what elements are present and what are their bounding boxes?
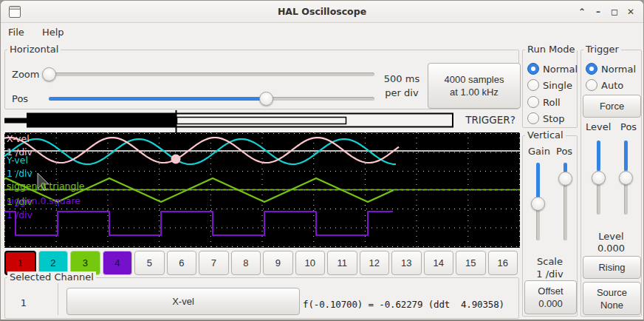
menu-help[interactable]: Help (35, 23, 72, 42)
pos-slider-label: Pos (12, 93, 28, 104)
trigger-label-auto: Auto (601, 80, 623, 91)
trigger-status-label: TRIGGER? (464, 114, 517, 126)
time-per-div-readout: 500 ms per div (381, 72, 422, 100)
channel-button-12[interactable]: 12 (360, 251, 390, 275)
waveform-trace-2 (4, 138, 399, 163)
channel-button-15[interactable]: 15 (456, 251, 486, 275)
selected-channel-number: 1 (16, 297, 31, 308)
channel4-name-label: siggen.0.square (7, 196, 80, 206)
gain-slider-handle[interactable] (531, 197, 545, 211)
window-title: HAL Oscilloscope (1, 6, 643, 17)
channel-button-7[interactable]: 7 (199, 251, 229, 275)
scope-display: X-vel 1 /div Y-vel 1 /div siggen.0.trian… (4, 132, 520, 248)
trigger-level-value: 0.000 (581, 243, 641, 254)
vertical-pos-slider-handle[interactable] (558, 172, 572, 186)
trigger-pos-column-label: Pos (620, 121, 637, 132)
horizontal-frame: Horizontal Zoom Pos 500 ms per div 4000 … (4, 50, 519, 109)
channel-button-5[interactable]: 5 (134, 251, 165, 275)
trigger-level-column-label: Level (586, 121, 611, 132)
trigger-radio-normal[interactable] (586, 63, 597, 75)
channel-button-6[interactable]: 6 (167, 251, 197, 275)
run-mode-label-single: Single (543, 80, 572, 91)
run-mode-label-roll: Roll (543, 97, 561, 108)
record-position-indicator (1, 109, 525, 134)
vertical-pos-slider-label: Pos (556, 146, 572, 157)
channel2-scale-label: 1 /div (7, 169, 32, 178)
run-mode-frame-label: Run Mode (525, 44, 577, 55)
menu-bar: File Help (1, 23, 643, 44)
waveform-trace-4 (4, 212, 393, 235)
channel3-name-label: siggen.0.triangle (7, 181, 85, 191)
run-mode-radio-roll[interactable] (527, 96, 539, 108)
run-mode-frame: Run Mode Normal Single Roll Stop (522, 50, 578, 128)
run-mode-label-normal: Normal (543, 64, 578, 75)
channel-button-4[interactable]: 4 (103, 251, 133, 275)
zoom-slider-handle[interactable] (42, 67, 56, 81)
trigger-frame-label: Trigger (583, 44, 621, 55)
channel-button-13[interactable]: 13 (391, 251, 422, 275)
pos-slider-fill (49, 97, 267, 101)
run-mode-radio-single[interactable] (527, 79, 539, 91)
trigger-level-slider-fill (597, 141, 600, 171)
sample-rate-button[interactable]: 4000 samples at 1.00 kHz (428, 63, 521, 109)
trigger-frame: Trigger Normal Auto Force Level Pos Leve… (580, 50, 642, 317)
close-icon[interactable]: ✕ (623, 7, 639, 17)
minimize-icon[interactable]: – (590, 7, 606, 17)
gain-slider-fill (536, 163, 540, 200)
zoom-slider-track[interactable] (44, 72, 374, 76)
trigger-level-title: Level (581, 231, 641, 242)
channel-button-10[interactable]: 10 (295, 251, 326, 275)
window-controls: ⌃ – ◻ ✕ (574, 1, 639, 23)
selected-channel-frame-label: Selected Channel (7, 271, 96, 283)
channel-button-11[interactable]: 11 (327, 251, 357, 275)
channel-button-8[interactable]: 8 (231, 251, 261, 275)
offset-button[interactable]: Offset 0.000 (524, 280, 577, 314)
source-button[interactable]: Source None (583, 282, 641, 315)
channel-button-14[interactable]: 14 (424, 251, 454, 275)
channel1-name-label: X-vel (7, 134, 30, 143)
trigger-point-marker (171, 155, 181, 164)
vertical-frame: Vertical Gain Pos Scale 1 /div Offset 0.… (522, 135, 578, 317)
title-bar: HAL Oscilloscope ⌃ – ◻ ✕ (1, 1, 643, 23)
scale-title: Scale (523, 256, 577, 267)
shade-icon[interactable]: ⌃ (574, 7, 590, 17)
zoom-slider-label: Zoom (12, 69, 39, 80)
channel-button-16[interactable]: 16 (488, 251, 518, 275)
channel2-name-label: Y-vel (7, 155, 28, 165)
trigger-pos-slider-handle[interactable] (619, 171, 633, 185)
channel-button-9[interactable]: 9 (263, 251, 293, 275)
horizontal-frame-label: Horizontal (7, 44, 61, 55)
run-mode-radio-stop[interactable] (527, 112, 539, 124)
channel-source-button[interactable]: X-vel (66, 288, 300, 315)
maximize-icon[interactable]: ◻ (606, 7, 623, 17)
channel-value-readout: f(-0.10700) = -0.62279 (ddt 4.90358) (303, 299, 504, 310)
channel4-scale-label: 1 /div (7, 210, 32, 220)
run-mode-radio-normal[interactable] (527, 63, 539, 75)
menu-file[interactable]: File (1, 23, 32, 42)
selected-channel-frame: Selected Channel 1 X-vel f(-0.10700) = -… (4, 277, 519, 319)
trigger-level-slider-handle[interactable] (592, 171, 606, 185)
vertical-frame-label: Vertical (525, 129, 566, 141)
force-button[interactable]: Force (583, 95, 641, 118)
pos-slider-handle[interactable] (259, 92, 273, 106)
scale-value: 1 /div (523, 268, 577, 280)
trigger-label-normal: Normal (601, 64, 636, 75)
gain-slider-label: Gain (528, 146, 550, 157)
trigger-radio-auto[interactable] (586, 79, 597, 91)
edge-button[interactable]: Rising (583, 256, 641, 279)
trigger-pos-slider-fill (624, 141, 628, 171)
app-window: HAL Oscilloscope ⌃ – ◻ ✕ File Help Horiz… (0, 0, 644, 321)
divider (58, 283, 58, 315)
run-mode-label-stop: Stop (543, 113, 565, 124)
